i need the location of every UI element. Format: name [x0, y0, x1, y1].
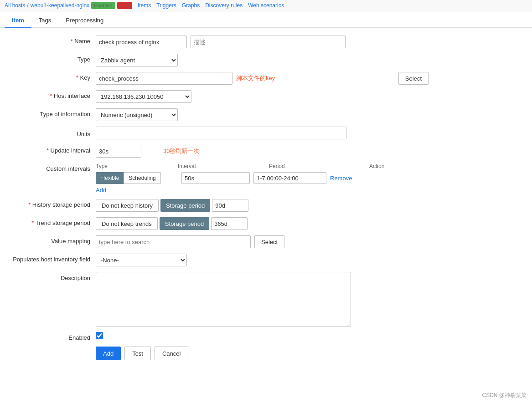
- tab-tags[interactable]: Tags: [31, 13, 58, 28]
- ci-row: Flexible Scheduling Remove: [96, 172, 352, 184]
- type-select[interactable]: Zabbix agent Zabbix agent (active) Simpl…: [96, 54, 178, 66]
- trend-storage-button[interactable]: Storage period: [160, 217, 209, 230]
- host-interface-label: Host interface: [9, 90, 96, 99]
- ci-remove-link[interactable]: Remove: [330, 175, 352, 182]
- enabled-row: Enabled: [9, 332, 429, 341]
- history-storage-button[interactable]: Storage period: [160, 199, 210, 212]
- badge-zbx: ZBX: [117, 2, 132, 9]
- history-label: History storage period: [9, 199, 96, 208]
- type-label: Type: [9, 54, 96, 63]
- host-interface-row: Host interface 192.168.136.230:10050: [9, 90, 429, 103]
- key-input[interactable]: [96, 72, 232, 85]
- type-of-info-select[interactable]: Numeric (unsigned) Numeric (float) Chara…: [96, 108, 178, 121]
- value-mapping-input[interactable]: [96, 235, 251, 248]
- tab-item[interactable]: Item: [5, 13, 31, 28]
- ci-period-input[interactable]: [253, 172, 326, 184]
- breadcrumb-hostname[interactable]: webu1-keepalived-nginx: [31, 2, 89, 9]
- ci-interval-input[interactable]: [181, 172, 250, 184]
- host-interface-control-area: 192.168.136.230:10050: [96, 90, 429, 103]
- ci-interval-header: Interval: [178, 163, 269, 169]
- host-interface-select[interactable]: 192.168.136.230:10050: [96, 90, 191, 103]
- description-label: Description: [9, 272, 96, 281]
- trend-label: Trend storage period: [9, 217, 96, 226]
- badge-enabled: Enabled: [91, 2, 115, 9]
- trend-control-area: Do not keep trends Storage period: [96, 217, 429, 230]
- inventory-label: Populates host inventory field: [9, 254, 96, 263]
- type-control-area: Zabbix agent Zabbix agent (active) Simpl…: [96, 54, 429, 66]
- custom-intervals-control-area: Type Interval Period Action Flexible Sch…: [96, 163, 429, 194]
- trend-no-keep-button[interactable]: Do not keep trends: [96, 217, 158, 230]
- trend-value-input[interactable]: [211, 217, 248, 230]
- name-control-area: [96, 36, 429, 48]
- name-row: Name: [9, 36, 429, 48]
- breadcrumb-allhosts[interactable]: All hosts: [5, 2, 25, 9]
- key-label: Key: [9, 72, 96, 81]
- custom-intervals-label: Custom intervals: [9, 163, 96, 172]
- inventory-control-area: -None-: [96, 254, 429, 266]
- breadcrumb: All hosts / webu1-keepalived-nginx Enabl…: [0, 0, 532, 11]
- trend-row: Trend storage period Do not keep trends …: [9, 217, 429, 230]
- name-input[interactable]: [96, 36, 187, 48]
- key-select-button[interactable]: Select: [398, 72, 429, 85]
- tabs: Item Tags Preprocessing: [0, 13, 532, 28]
- inventory-select[interactable]: -None-: [96, 254, 187, 266]
- nav-triggers[interactable]: Triggers: [156, 2, 176, 9]
- ci-flexible-button[interactable]: Flexible: [96, 172, 124, 184]
- tab-preprocessing[interactable]: Preprocessing: [58, 13, 111, 28]
- value-mapping-label: Value mapping: [9, 235, 96, 245]
- value-mapping-control-area: Select: [96, 235, 429, 248]
- buttons-row: Add Test Cancel: [96, 347, 429, 360]
- custom-intervals-row: Custom intervals Type Interval Period Ac…: [9, 163, 429, 194]
- description-row: Description: [9, 272, 429, 326]
- ci-type-header: Type: [96, 163, 178, 169]
- ci-period-header: Period: [269, 163, 369, 169]
- nav-web-scenarios[interactable]: Web scenarios: [248, 2, 284, 9]
- form-container: Name Type Zabbix agent Zabbix agent (act…: [0, 28, 438, 373]
- test-button[interactable]: Test: [124, 347, 151, 360]
- add-button[interactable]: Add: [96, 347, 121, 360]
- units-control-area: [96, 127, 429, 139]
- inventory-row: Populates host inventory field -None-: [9, 254, 429, 266]
- ci-header: Type Interval Period Action: [96, 163, 406, 169]
- description-control-area: [96, 272, 429, 326]
- key-control-area: 脚本文件的key Select: [96, 72, 429, 85]
- description-textarea[interactable]: [96, 272, 351, 326]
- units-input[interactable]: [96, 127, 346, 139]
- cancel-button[interactable]: Cancel: [155, 347, 188, 360]
- update-interval-row: Update interval 30秒刷新一次: [9, 145, 429, 158]
- nav-discovery-rules[interactable]: Discovery rules: [205, 2, 243, 9]
- key-row: Key 脚本文件的key Select: [9, 72, 429, 85]
- enabled-checkbox[interactable]: [96, 332, 103, 339]
- history-value-input[interactable]: [212, 199, 248, 212]
- nav-items[interactable]: Items: [138, 2, 151, 9]
- ci-add-link[interactable]: Add: [96, 187, 106, 194]
- desc-input[interactable]: [191, 36, 346, 48]
- type-of-info-label: Type of information: [9, 108, 96, 117]
- value-mapping-row: Value mapping Select: [9, 235, 429, 248]
- history-no-keep-button[interactable]: Do not keep history: [96, 199, 159, 212]
- nav-graphs[interactable]: Graphs: [182, 2, 200, 9]
- type-of-info-row: Type of information Numeric (unsigned) N…: [9, 108, 429, 121]
- enabled-label: Enabled: [9, 332, 96, 341]
- units-row: Units: [9, 127, 429, 139]
- key-annotation: 脚本文件的key: [236, 74, 275, 82]
- update-annotation: 30秒刷新一次: [163, 147, 199, 155]
- value-mapping-select-button[interactable]: Select: [254, 235, 284, 248]
- type-row: Type Zabbix agent Zabbix agent (active) …: [9, 54, 429, 66]
- type-of-info-control-area: Numeric (unsigned) Numeric (float) Chara…: [96, 108, 429, 121]
- history-control-area: Do not keep history Storage period: [96, 199, 429, 212]
- history-storage-row: Do not keep history Storage period: [96, 199, 248, 212]
- trend-storage-row: Do not keep trends Storage period: [96, 217, 248, 230]
- ci-action-header: Action: [369, 163, 406, 169]
- update-interval-label: Update interval: [9, 145, 96, 154]
- enabled-control-area: [96, 332, 429, 339]
- ci-scheduling-button[interactable]: Scheduling: [124, 172, 160, 184]
- units-label: Units: [9, 128, 96, 138]
- update-interval-input[interactable]: [96, 145, 141, 158]
- name-label: Name: [9, 36, 96, 45]
- history-row: History storage period Do not keep histo…: [9, 199, 429, 212]
- update-interval-control-area: 30秒刷新一次: [96, 145, 429, 158]
- breadcrumb-nav-links: Items Triggers Graphs Discovery rules We…: [138, 2, 284, 9]
